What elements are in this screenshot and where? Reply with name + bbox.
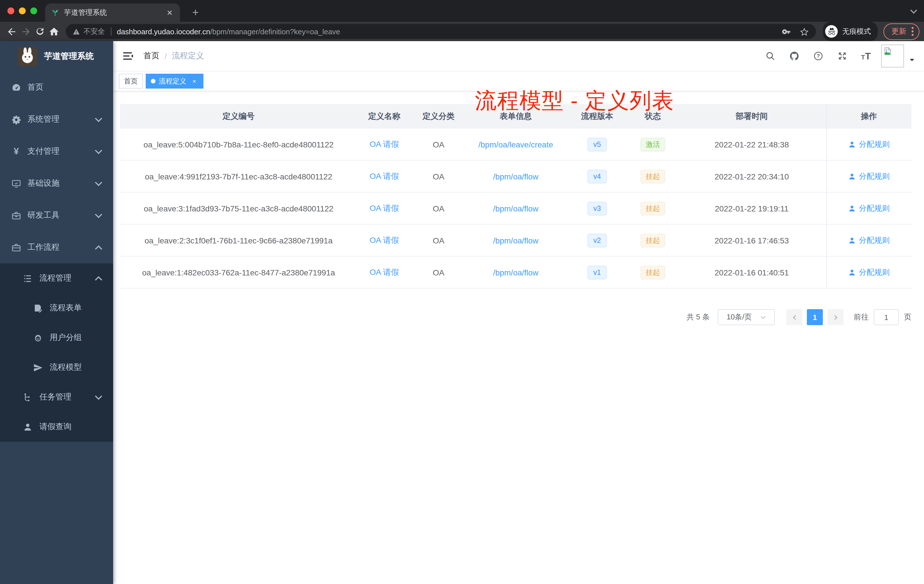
fullscreen-icon[interactable] bbox=[837, 51, 847, 61]
next-page-button[interactable] bbox=[827, 309, 843, 325]
sidebar-logo[interactable]: 芋道管理系统 bbox=[0, 41, 113, 71]
sidebar-item-label: 流程管理 bbox=[40, 273, 71, 284]
action-cell: 分配规则 bbox=[826, 193, 911, 224]
sidebar-item-home[interactable]: 首页 bbox=[0, 71, 113, 104]
user-icon bbox=[23, 422, 33, 432]
assign-rule-button[interactable]: 分配规则 bbox=[848, 267, 890, 277]
form-link[interactable]: /bpm/oa/flow bbox=[493, 172, 539, 181]
form-link[interactable]: /bpm/oa/flow bbox=[493, 236, 539, 245]
definition-name-link[interactable]: OA 请假 bbox=[370, 267, 399, 277]
minimize-window-button[interactable] bbox=[19, 7, 26, 14]
chevron-down-icon bbox=[94, 147, 104, 156]
definition-category-cell: OA bbox=[411, 193, 466, 224]
browser-update-menu-button[interactable]: 更新 bbox=[883, 23, 919, 40]
maximize-window-button[interactable] bbox=[30, 7, 37, 14]
browser-tab[interactable]: 芋道管理系统 ✕ bbox=[45, 3, 180, 22]
user-avatar[interactable] bbox=[881, 45, 904, 68]
definition-name-link[interactable]: OA 请假 bbox=[370, 203, 399, 213]
tree-icon bbox=[23, 392, 33, 402]
bookmark-star-icon[interactable] bbox=[799, 26, 809, 36]
macos-window-controls[interactable] bbox=[7, 7, 37, 14]
security-warning-icon[interactable] bbox=[73, 28, 80, 35]
tag-close-icon[interactable]: × bbox=[190, 77, 198, 85]
sidebar-item-process-management[interactable]: 流程管理 bbox=[0, 264, 113, 293]
goto-page-input[interactable] bbox=[874, 309, 899, 325]
status-cell: 挂起 bbox=[629, 193, 677, 224]
font-size-icon[interactable]: TT bbox=[861, 52, 871, 60]
forward-icon[interactable] bbox=[21, 26, 31, 37]
tab-close-icon[interactable]: ✕ bbox=[165, 8, 174, 17]
page-unit-label: 页 bbox=[904, 312, 911, 322]
form-info-cell: /bpm/oa/flow bbox=[466, 193, 566, 224]
form-link[interactable]: /bpm/oa/flow bbox=[493, 268, 539, 277]
url-host: dashboard.yudao.iocoder.cn bbox=[117, 27, 210, 36]
form-link[interactable]: /bpm/oa/leave/create bbox=[478, 140, 553, 149]
assign-rule-button[interactable]: 分配规则 bbox=[848, 235, 890, 246]
sidebar-item-leave-query[interactable]: 请假查询 bbox=[0, 412, 113, 442]
url-bar[interactable]: 不安全 dashboard.yudao.iocoder.cn/bpm/manag… bbox=[66, 24, 816, 39]
tags-view-tab-1[interactable]: 流程定义× bbox=[146, 74, 203, 89]
url-divider bbox=[111, 27, 111, 35]
sidebar-item-task-management[interactable]: 任务管理 bbox=[0, 382, 113, 412]
form-info-cell: /bpm/oa/flow bbox=[466, 224, 566, 256]
sidebar-item-system-management[interactable]: 系统管理 bbox=[0, 104, 113, 135]
home-icon[interactable] bbox=[49, 26, 59, 37]
prev-page-button[interactable] bbox=[786, 309, 802, 325]
kebab-menu-icon bbox=[911, 27, 914, 36]
search-icon[interactable] bbox=[765, 51, 776, 61]
definition-id-cell: oa_leave:1:482ec033-762a-11ec-8477-a2380… bbox=[120, 257, 357, 288]
avatar-dropdown-caret-icon[interactable] bbox=[909, 57, 915, 63]
goto-label: 前往 bbox=[854, 312, 869, 322]
definition-table: 定义编号定义名称定义分类表单信息流程版本状态部署时间操作 oa_leave:5:… bbox=[120, 104, 911, 289]
password-key-icon[interactable] bbox=[782, 26, 792, 36]
sidebar-item-label: 研发工具 bbox=[27, 210, 59, 221]
tab-search-chevron-icon[interactable] bbox=[909, 7, 918, 16]
new-tab-button[interactable]: + bbox=[188, 6, 202, 20]
breadcrumb-home[interactable]: 首页 bbox=[144, 51, 159, 61]
table-header-cell: 操作 bbox=[826, 104, 911, 129]
form-link[interactable]: /bpm/oa/flow bbox=[493, 204, 539, 213]
action-cell: 分配规则 bbox=[826, 160, 911, 192]
assign-rule-button[interactable]: 分配规则 bbox=[848, 203, 890, 213]
back-icon[interactable] bbox=[6, 26, 17, 37]
chevron-down-icon bbox=[94, 178, 104, 188]
sidebar-item-user-group[interactable]: 用户分组 bbox=[0, 323, 113, 353]
assign-rule-button[interactable]: 分配规则 bbox=[848, 139, 890, 149]
version-tag: v2 bbox=[588, 233, 607, 247]
assign-rule-button[interactable]: 分配规则 bbox=[848, 171, 890, 181]
select-caret-icon bbox=[760, 314, 766, 320]
list-tree-icon bbox=[23, 274, 33, 283]
github-icon[interactable] bbox=[789, 51, 799, 61]
sidebar-item-infrastructure[interactable]: 基础设施 bbox=[0, 167, 113, 200]
definition-name-link[interactable]: OA 请假 bbox=[370, 171, 399, 181]
sidebar-item-process-model[interactable]: 流程模型 bbox=[0, 353, 113, 382]
dashboard-icon bbox=[12, 82, 21, 92]
definition-category-cell: OA bbox=[411, 257, 466, 288]
main-area: 首页 / 流程定义 ? TT bbox=[113, 41, 924, 584]
definition-name-link[interactable]: OA 请假 bbox=[370, 235, 399, 246]
page-content: 定义编号定义名称定义分类表单信息流程版本状态部署时间操作 oa_leave:5:… bbox=[113, 91, 924, 325]
table-header-cell: 定义编号 bbox=[120, 104, 357, 129]
reload-icon[interactable] bbox=[35, 26, 45, 36]
sidebar-item-label: 流程模型 bbox=[50, 362, 82, 373]
definition-id-cell: oa_leave:4:991f2193-7b7f-11ec-a3c8-acde4… bbox=[120, 160, 357, 192]
sidebar-item-workflow[interactable]: 工作流程 bbox=[0, 231, 113, 264]
tags-view-tab-0[interactable]: 首页 bbox=[119, 74, 143, 89]
definition-id-cell: oa_leave:5:004b710b-7b8a-11ec-8ef0-acde4… bbox=[120, 129, 357, 160]
version-tag: v1 bbox=[588, 266, 607, 279]
sidebar-item-dev-tools[interactable]: 研发工具 bbox=[0, 200, 113, 231]
briefcase-icon bbox=[12, 243, 21, 252]
screenshot-stage: 芋道管理系统 ✕ + 不安全 dashboard.yudao.iocoder.c… bbox=[0, 0, 924, 584]
sidebar-item-payment-management[interactable]: ¥支付管理 bbox=[0, 135, 113, 167]
sidebar-collapse-icon[interactable] bbox=[122, 50, 134, 62]
table-row: oa_leave:4:991f2193-7b7f-11ec-a3c8-acde4… bbox=[120, 160, 911, 193]
help-icon[interactable]: ? bbox=[813, 51, 823, 61]
status-cell: 挂起 bbox=[629, 257, 677, 288]
assign-user-icon bbox=[848, 236, 856, 244]
robot-icon bbox=[33, 333, 43, 343]
definition-name-link[interactable]: OA 请假 bbox=[370, 139, 399, 149]
close-window-button[interactable] bbox=[7, 7, 14, 14]
sidebar-item-process-form[interactable]: 流程表单 bbox=[0, 293, 113, 323]
page-size-select[interactable]: 10条/页 bbox=[718, 309, 775, 325]
current-page-button[interactable]: 1 bbox=[807, 309, 823, 325]
